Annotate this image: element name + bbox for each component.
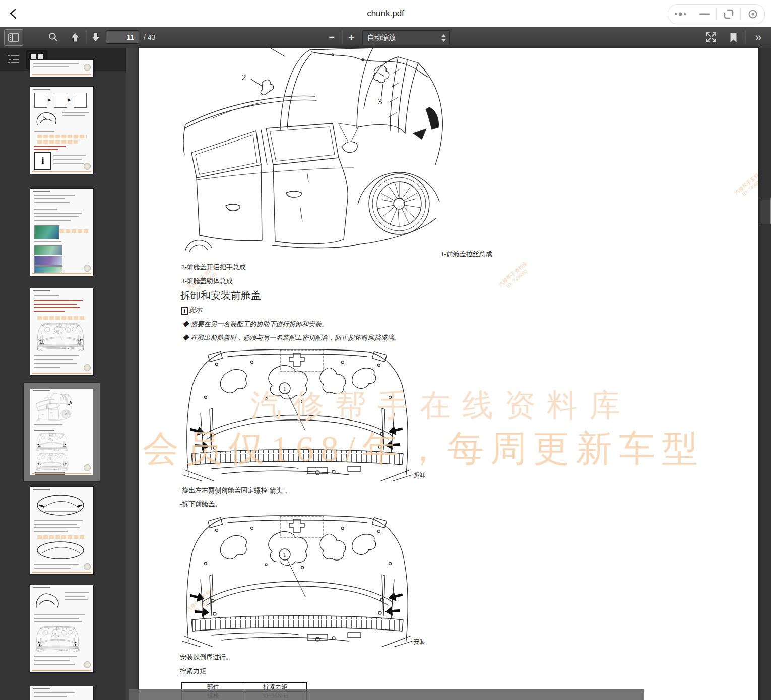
color-figure bbox=[34, 266, 62, 273]
window-controls bbox=[668, 4, 765, 24]
arrow-up-icon bbox=[70, 32, 80, 42]
mini-sketch bbox=[34, 110, 59, 128]
vertical-scrollbar-track[interactable] bbox=[758, 48, 771, 700]
mini-hood-figure bbox=[35, 453, 69, 471]
mini-hood-figure bbox=[36, 322, 85, 352]
legend-item-2: 2-前舱盖开启把手总成 bbox=[181, 263, 246, 272]
step-1: -旋出左右两侧前舱盖固定螺栓-箭头-。 bbox=[180, 486, 291, 495]
mini-car-figure bbox=[35, 393, 75, 422]
hood-install-diagram bbox=[181, 515, 413, 647]
zoom-in-button[interactable]: + bbox=[345, 31, 358, 44]
previous-page-button[interactable] bbox=[68, 31, 83, 44]
thumbnail-page-9[interactable] bbox=[30, 189, 93, 276]
zoom-level-select[interactable]: 自动缩放 bbox=[362, 30, 450, 45]
sidebar-toggle-button[interactable] bbox=[4, 29, 23, 46]
browser-titlebar: chunk.pdf bbox=[0, 0, 771, 27]
page-count-label: / 43 bbox=[144, 27, 155, 48]
sidebar-icon bbox=[8, 33, 19, 42]
car-hood-parts-diagram bbox=[181, 48, 456, 259]
toolbar-more-button[interactable]: » bbox=[750, 27, 767, 47]
thumbnail-sidebar: ▶ ▶ i bbox=[0, 48, 126, 700]
figure-label-removal: 拆卸 bbox=[414, 471, 426, 479]
bullet-2: ◆ 在取出前舱盖时，必须与另一名装配工密切配合，防止损坏前风挡玻璃。 bbox=[182, 333, 400, 342]
search-icon bbox=[48, 32, 59, 43]
thumbnail-page-10[interactable] bbox=[30, 288, 93, 375]
diagonal-watermark: 汽修帮手资料库ID: 7496002 bbox=[497, 260, 532, 292]
bookmark-icon bbox=[730, 32, 737, 43]
mini-figure bbox=[35, 493, 86, 517]
vertical-scrollbar-thumb[interactable] bbox=[760, 198, 771, 224]
outline-view-button[interactable] bbox=[6, 52, 20, 66]
pdf-viewer: 汽修帮手资料库ID: 7496002 汽修帮手资料库ID: 7496002 汽修… bbox=[126, 48, 771, 700]
plus-icon: + bbox=[348, 32, 354, 43]
watermark-line-2: 会员仅168/年，每周更新车型 bbox=[143, 425, 704, 473]
presentation-mode-button[interactable] bbox=[703, 31, 719, 44]
zoom-out-button[interactable]: − bbox=[325, 31, 338, 44]
thumbnail-page-7[interactable] bbox=[30, 60, 93, 77]
info-icon: i bbox=[181, 307, 188, 315]
figure-label-install: 安装 bbox=[413, 638, 425, 646]
thumbnail-page-14[interactable] bbox=[30, 686, 93, 700]
thumbnail-page-11-selected[interactable] bbox=[24, 383, 100, 481]
thumbnail-page-13[interactable] bbox=[30, 585, 93, 672]
mini-hood-figure bbox=[35, 626, 80, 652]
minimize-icon bbox=[699, 13, 710, 16]
thumbnail-page-12[interactable] bbox=[30, 487, 93, 574]
tip-row: i提示 bbox=[181, 305, 202, 315]
more-options-button[interactable] bbox=[668, 5, 692, 24]
bullet-1: ◆ 需要在另一名装配工的协助下进行拆卸和安装。 bbox=[182, 320, 328, 329]
minimize-button[interactable] bbox=[692, 5, 716, 24]
close-button[interactable] bbox=[741, 5, 764, 24]
mini-sketch bbox=[34, 590, 61, 610]
minus-icon: − bbox=[329, 32, 334, 43]
mini-figure bbox=[35, 540, 86, 561]
color-figure bbox=[34, 225, 59, 239]
screen: 1 bbox=[0, 0, 771, 700]
restore-icon bbox=[723, 9, 734, 20]
page-number-input[interactable] bbox=[106, 30, 139, 44]
legend-item-3: 3-前舱盖锁体总成 bbox=[181, 276, 233, 286]
fullscreen-icon bbox=[705, 31, 717, 43]
tip-label: 提示 bbox=[189, 306, 202, 313]
outline-icon bbox=[7, 54, 19, 65]
watermark-line-1: 汽修帮手在线资料库 bbox=[250, 384, 631, 427]
zoom-level-value: 自动缩放 bbox=[363, 33, 441, 42]
torque-title: 拧紧力矩 bbox=[180, 667, 206, 676]
step-2: -拆下前舱盖。 bbox=[180, 500, 221, 509]
document-title: chunk.pdf bbox=[0, 0, 771, 27]
mini-hood-figure bbox=[35, 433, 69, 451]
thumbnail-page-11[interactable] bbox=[30, 389, 93, 475]
color-figure bbox=[34, 256, 62, 266]
bookmark-button[interactable] bbox=[727, 31, 740, 44]
arrow-glyph: ▶ bbox=[48, 97, 51, 102]
dots-icon bbox=[674, 12, 687, 17]
install-note: 安装以倒序进行。 bbox=[180, 653, 232, 662]
thumbnail-page-8[interactable]: ▶ ▶ i bbox=[30, 87, 93, 174]
select-arrows-icon bbox=[441, 34, 446, 42]
target-icon bbox=[748, 9, 758, 19]
next-page-button[interactable] bbox=[88, 31, 103, 44]
double-chevron-icon: » bbox=[755, 27, 762, 47]
info-icon: i bbox=[34, 152, 51, 170]
pdf-toolbar: / 43 − + 自动缩放 » bbox=[0, 27, 771, 48]
color-figure bbox=[34, 245, 62, 255]
pdf-page-11: 汽修帮手资料库ID: 7496002 汽修帮手资料库ID: 7496002 汽修… bbox=[139, 48, 758, 700]
legend-item-1: 1-前舱盖拉丝总成 bbox=[441, 250, 492, 259]
section-heading: 拆卸和安装前舱盖 bbox=[180, 289, 261, 302]
horizontal-scrollbar-thumb[interactable] bbox=[129, 689, 644, 700]
restore-button[interactable] bbox=[717, 5, 740, 24]
find-button[interactable] bbox=[46, 31, 60, 43]
arrow-glyph: ▶ bbox=[68, 97, 71, 102]
arrow-down-icon bbox=[91, 32, 101, 42]
